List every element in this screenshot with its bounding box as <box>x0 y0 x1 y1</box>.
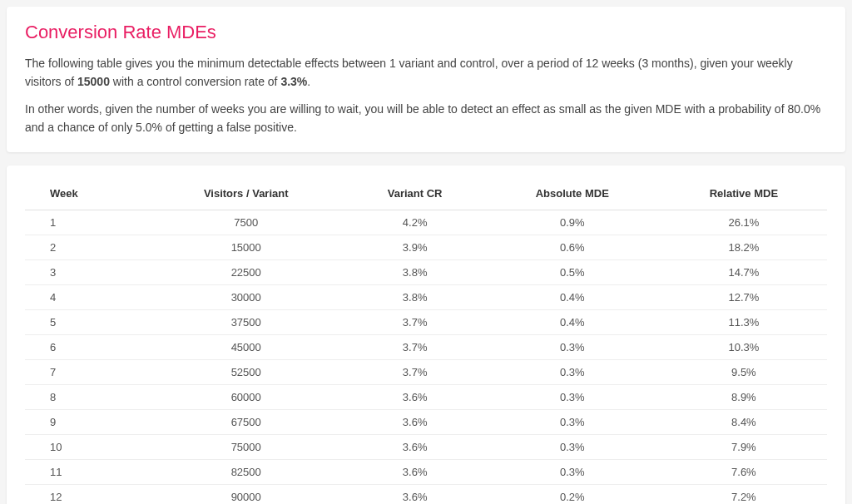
cell-rel_mde: 12.7% <box>661 284 827 309</box>
cell-variant_cr: 3.7% <box>345 334 483 359</box>
cell-variant_cr: 3.7% <box>345 359 483 384</box>
table-row: 5375003.7%0.4%11.3% <box>25 309 827 334</box>
cell-rel_mde: 26.1% <box>661 210 827 235</box>
cell-rel_mde: 11.3% <box>661 309 827 334</box>
cell-week: 3 <box>25 259 146 284</box>
cell-rel_mde: 8.9% <box>661 384 827 409</box>
table-row: 10750003.6%0.3%7.9% <box>25 434 827 459</box>
table-row: 11825003.6%0.3%7.6% <box>25 459 827 484</box>
table-row: 9675003.6%0.3%8.4% <box>25 409 827 434</box>
cell-abs_mde: 0.3% <box>484 334 661 359</box>
control-cr-value: 3.3% <box>280 75 307 88</box>
cell-visitors: 22500 <box>146 259 345 284</box>
cell-week: 5 <box>25 309 146 334</box>
cell-rel_mde: 9.5% <box>661 359 827 384</box>
cell-variant_cr: 3.9% <box>345 235 483 259</box>
desc1-end: . <box>307 75 310 88</box>
table-row: 3225003.8%0.5%14.7% <box>25 259 827 284</box>
cell-week: 12 <box>25 484 146 504</box>
cell-rel_mde: 10.3% <box>661 334 827 359</box>
table-row: 175004.2%0.9%26.1% <box>25 210 827 235</box>
cell-week: 8 <box>25 384 146 409</box>
cell-variant_cr: 3.8% <box>345 259 483 284</box>
visitors-value: 15000 <box>77 75 110 88</box>
col-rel-mde: Relative MDE <box>661 175 827 210</box>
cell-variant_cr: 3.6% <box>345 484 483 504</box>
description-1: The following table gives you the minimu… <box>25 55 827 91</box>
cell-rel_mde: 7.9% <box>661 434 827 459</box>
col-variant-cr: Variant CR <box>345 175 483 210</box>
cell-abs_mde: 0.4% <box>484 309 661 334</box>
cell-visitors: 45000 <box>146 334 345 359</box>
cell-abs_mde: 0.3% <box>484 434 661 459</box>
cell-abs_mde: 0.2% <box>484 484 661 504</box>
cell-abs_mde: 0.4% <box>484 284 661 309</box>
cell-abs_mde: 0.3% <box>484 384 661 409</box>
cell-week: 6 <box>25 334 146 359</box>
table-row: 7525003.7%0.3%9.5% <box>25 359 827 384</box>
page-title: Conversion Rate MDEs <box>25 22 827 43</box>
cell-variant_cr: 3.6% <box>345 434 483 459</box>
cell-week: 11 <box>25 459 146 484</box>
col-week: Week <box>25 175 146 210</box>
cell-visitors: 60000 <box>146 384 345 409</box>
table-header-row: Week Visitors / Variant Variant CR Absol… <box>25 175 827 210</box>
table-row: 2150003.9%0.6%18.2% <box>25 235 827 259</box>
cell-rel_mde: 18.2% <box>661 235 827 259</box>
cell-rel_mde: 7.6% <box>661 459 827 484</box>
cell-abs_mde: 0.9% <box>484 210 661 235</box>
cell-week: 10 <box>25 434 146 459</box>
table-row: 12900003.6%0.2%7.2% <box>25 484 827 504</box>
cell-abs_mde: 0.5% <box>484 259 661 284</box>
cell-visitors: 30000 <box>146 284 345 309</box>
cell-variant_cr: 3.8% <box>345 284 483 309</box>
cell-variant_cr: 3.6% <box>345 409 483 434</box>
cell-abs_mde: 0.3% <box>484 359 661 384</box>
cell-week: 7 <box>25 359 146 384</box>
description-2: In other words, given the number of week… <box>25 101 827 136</box>
table-card: Week Visitors / Variant Variant CR Absol… <box>7 166 845 504</box>
col-visitors: Visitors / Variant <box>146 175 345 210</box>
cell-visitors: 75000 <box>146 434 345 459</box>
cell-abs_mde: 0.3% <box>484 459 661 484</box>
col-abs-mde: Absolute MDE <box>484 175 661 210</box>
cell-week: 9 <box>25 409 146 434</box>
header-card: Conversion Rate MDEs The following table… <box>7 7 845 152</box>
cell-variant_cr: 3.7% <box>345 309 483 334</box>
cell-visitors: 15000 <box>146 235 345 259</box>
cell-week: 4 <box>25 284 146 309</box>
cell-abs_mde: 0.6% <box>484 235 661 259</box>
table-row: 6450003.7%0.3%10.3% <box>25 334 827 359</box>
cell-rel_mde: 14.7% <box>661 259 827 284</box>
cell-visitors: 82500 <box>146 459 345 484</box>
cell-visitors: 7500 <box>146 210 345 235</box>
table-row: 8600003.6%0.3%8.9% <box>25 384 827 409</box>
cell-abs_mde: 0.3% <box>484 409 661 434</box>
cell-week: 1 <box>25 210 146 235</box>
cell-rel_mde: 7.2% <box>661 484 827 504</box>
cell-week: 2 <box>25 235 146 259</box>
cell-rel_mde: 8.4% <box>661 409 827 434</box>
cell-visitors: 67500 <box>146 409 345 434</box>
mde-table: Week Visitors / Variant Variant CR Absol… <box>25 175 827 504</box>
cell-visitors: 37500 <box>146 309 345 334</box>
cell-variant_cr: 3.6% <box>345 384 483 409</box>
cell-visitors: 90000 <box>146 484 345 504</box>
cell-variant_cr: 4.2% <box>345 210 483 235</box>
cell-variant_cr: 3.6% <box>345 459 483 484</box>
cell-visitors: 52500 <box>146 359 345 384</box>
desc1-mid: with a control conversion rate of <box>110 75 280 88</box>
table-row: 4300003.8%0.4%12.7% <box>25 284 827 309</box>
